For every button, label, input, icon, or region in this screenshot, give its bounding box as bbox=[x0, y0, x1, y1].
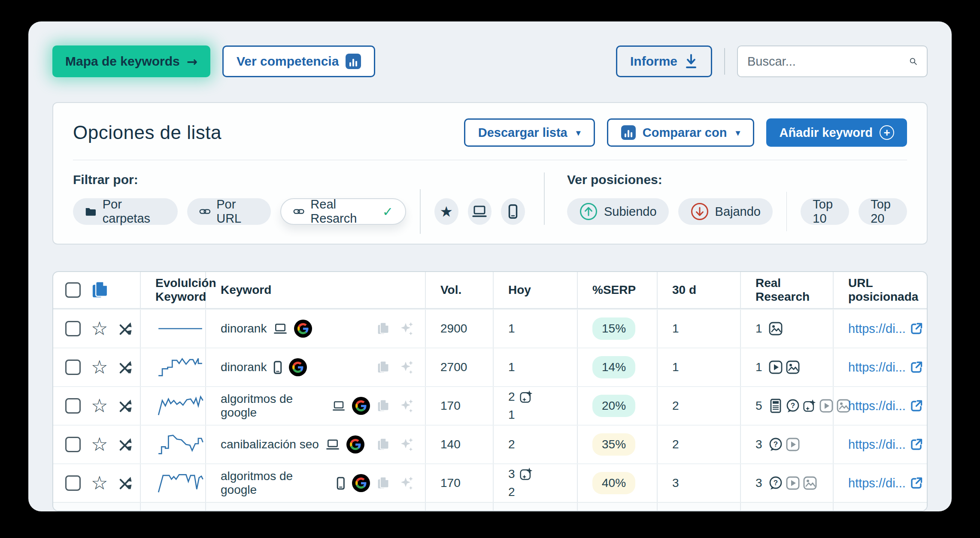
google-icon bbox=[289, 358, 307, 376]
table-row: ☆ algoritmos de google 170 2 bbox=[53, 386, 927, 425]
select-all-checkbox[interactable] bbox=[65, 282, 81, 298]
star-icon: ★ bbox=[440, 203, 452, 220]
sparkles-icon[interactable] bbox=[399, 476, 414, 490]
vol-value: 140 bbox=[426, 426, 494, 463]
positions-chip-down[interactable]: Bajando bbox=[678, 198, 773, 225]
top-toolbar: Mapa de keywords → Ver competencia Infor… bbox=[52, 45, 928, 77]
favorite-star-icon[interactable]: ☆ bbox=[91, 396, 108, 415]
serp-badge: 20% bbox=[592, 395, 635, 417]
url-text: https://di... bbox=[848, 322, 906, 336]
copy-all-icon[interactable] bbox=[91, 281, 109, 299]
search-icon[interactable] bbox=[909, 54, 917, 69]
filter-chip-real-research[interactable]: Real Resarch ✓ bbox=[280, 198, 406, 225]
shuffle-icon[interactable] bbox=[118, 398, 133, 414]
positioned-url-link[interactable]: https://di... bbox=[848, 360, 923, 375]
shuffle-icon[interactable] bbox=[118, 360, 133, 375]
video-icon bbox=[768, 360, 783, 375]
sparkles-icon[interactable] bbox=[399, 321, 414, 336]
positioned-url-link[interactable]: https://di... bbox=[848, 438, 923, 452]
row-checkbox[interactable] bbox=[65, 360, 81, 375]
d30-value: 1 bbox=[658, 310, 741, 348]
compare-with-label: Comparar con bbox=[643, 126, 727, 140]
url-text: https://di... bbox=[848, 476, 906, 490]
filter-desktop-button[interactable] bbox=[468, 198, 492, 225]
bar-chart-icon bbox=[346, 54, 361, 69]
serp-badge: 14% bbox=[592, 356, 635, 378]
sparkles-icon[interactable] bbox=[399, 437, 414, 452]
evolution-sparkline bbox=[155, 432, 205, 457]
header-keyword: Keyword bbox=[206, 272, 426, 308]
report-label: Informe bbox=[630, 54, 677, 69]
row-checkbox[interactable] bbox=[65, 321, 81, 336]
ai-overview-icon bbox=[803, 399, 816, 413]
shuffle-icon[interactable] bbox=[118, 475, 133, 491]
positions-chip-top10[interactable]: Top 10 bbox=[801, 198, 849, 225]
row-checkbox[interactable] bbox=[65, 398, 81, 414]
filter-chip-folders[interactable]: Por carpetas bbox=[73, 198, 178, 225]
header-today: Hoy bbox=[494, 272, 578, 308]
report-button[interactable]: Informe bbox=[616, 45, 712, 77]
copy-icon[interactable] bbox=[377, 437, 390, 452]
keyword-text: algoritmos de google bbox=[221, 392, 325, 420]
row-checkbox[interactable] bbox=[65, 437, 81, 452]
copy-icon[interactable] bbox=[377, 399, 390, 413]
positions-chip-up[interactable]: Subiendo bbox=[567, 198, 669, 225]
header-evolution: Evolulción Keyword bbox=[141, 272, 206, 308]
mobile-icon bbox=[273, 361, 282, 374]
filter-mobile-button[interactable] bbox=[501, 198, 525, 225]
map-keywords-button[interactable]: Mapa de keywords → bbox=[52, 45, 210, 77]
google-icon bbox=[346, 435, 364, 453]
real-research-count: 1 bbox=[755, 322, 762, 335]
favorite-star-icon[interactable]: ☆ bbox=[91, 358, 108, 377]
chips-divider bbox=[786, 192, 787, 231]
video-icon bbox=[786, 476, 800, 490]
keyword-text: algoritmos de google bbox=[221, 469, 330, 497]
shuffle-icon[interactable] bbox=[118, 321, 133, 336]
positions-chip-top20-label: Top 20 bbox=[871, 197, 895, 226]
url-text: https://di... bbox=[848, 438, 906, 452]
desktop-icon bbox=[273, 323, 287, 335]
add-keyword-button[interactable]: Añadir keyword + bbox=[766, 118, 907, 147]
chevron-down-icon: ▾ bbox=[735, 127, 740, 138]
sparkles-icon[interactable] bbox=[399, 399, 414, 413]
real-research-count: 3 bbox=[755, 438, 762, 451]
favorite-star-icon[interactable]: ☆ bbox=[91, 474, 108, 493]
filter-by-label: Filtrar por: bbox=[73, 172, 525, 188]
copy-icon[interactable] bbox=[377, 321, 390, 336]
question-icon: ? bbox=[786, 399, 800, 413]
list-options-panel: Opciones de lista Descargar lista ▾ Comp… bbox=[52, 102, 928, 245]
google-icon bbox=[294, 320, 312, 338]
positions-group: Ver posiciones: Subiendo bbox=[567, 172, 907, 225]
vol-value: 2700 bbox=[426, 348, 494, 386]
link-icon bbox=[199, 208, 211, 215]
header-30d: 30 d bbox=[658, 272, 741, 308]
view-competition-label: Ver competencia bbox=[237, 54, 339, 69]
external-link-icon bbox=[910, 399, 923, 412]
evolution-sparkline bbox=[155, 354, 205, 380]
positioned-url-link[interactable]: https://di... bbox=[848, 476, 923, 490]
filter-favorites-button[interactable]: ★ bbox=[434, 198, 458, 225]
download-list-button[interactable]: Descargar lista ▾ bbox=[464, 118, 595, 147]
options-divider bbox=[73, 160, 907, 160]
page-title: Opciones de lista bbox=[73, 122, 221, 143]
shuffle-icon[interactable] bbox=[118, 437, 133, 452]
favorite-star-icon[interactable]: ☆ bbox=[91, 435, 108, 454]
vol-value: 170 bbox=[426, 387, 494, 425]
row-checkbox[interactable] bbox=[65, 475, 81, 491]
positioned-url-link[interactable]: https://di... bbox=[848, 322, 923, 336]
view-competition-button[interactable]: Ver competencia bbox=[222, 45, 375, 77]
favorite-star-icon[interactable]: ☆ bbox=[91, 319, 108, 338]
real-research-count: 1 bbox=[755, 360, 762, 374]
today-second-value: 2 bbox=[508, 485, 515, 499]
filter-chip-url[interactable]: Por URL bbox=[187, 198, 271, 225]
compare-with-button[interactable]: Comparar con ▾ bbox=[607, 118, 755, 147]
mobile-icon bbox=[508, 204, 518, 219]
copy-icon[interactable] bbox=[377, 476, 390, 490]
copy-icon[interactable] bbox=[377, 360, 390, 375]
search-input[interactable] bbox=[747, 54, 909, 69]
filter-chip-real-research-label: Real Resarch bbox=[310, 197, 376, 226]
d30-value: 3 bbox=[658, 464, 741, 502]
positions-chip-top20[interactable]: Top 20 bbox=[859, 198, 907, 225]
sparkles-icon[interactable] bbox=[399, 360, 414, 375]
positioned-url-link[interactable]: https://di... bbox=[848, 399, 923, 413]
